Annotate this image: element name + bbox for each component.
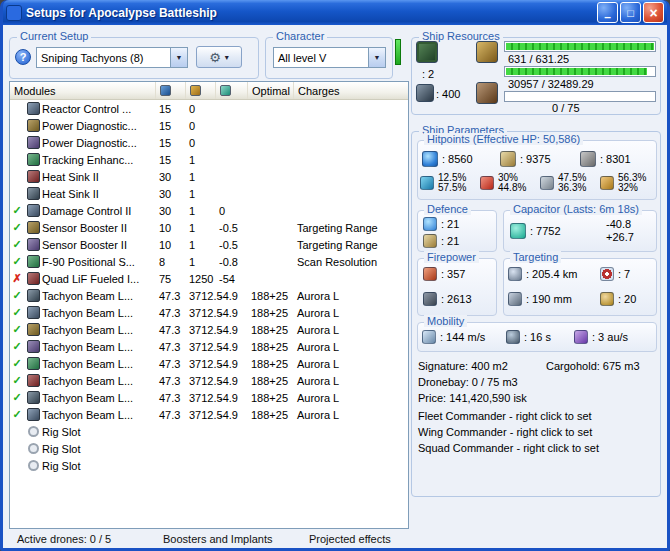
warp-speed-icon bbox=[574, 330, 588, 344]
module-name: Tachyon Beam L... bbox=[42, 389, 156, 406]
module-row[interactable]: ✓Tachyon Beam L...47.33712.5-4.9188+25Au… bbox=[10, 389, 408, 406]
powergrid-usage-text: 30957 / 32489.29 bbox=[508, 78, 594, 90]
module-row[interactable]: ✗Quad LiF Fueled I...751250-54 bbox=[10, 270, 408, 287]
module-row[interactable]: ✓Tachyon Beam L...47.33712.5-4.9188+25Au… bbox=[10, 287, 408, 304]
module-cpu: 47.3 bbox=[156, 321, 186, 338]
maximize-button[interactable]: □ bbox=[620, 2, 641, 23]
wing-commander-slot[interactable]: Wing Commander - right click to set bbox=[418, 426, 592, 438]
setup-select[interactable]: Sniping Tachyons (8) ▼ bbox=[36, 47, 188, 68]
help-button[interactable]: ? bbox=[15, 49, 31, 65]
module-row[interactable]: ✓Damage Control II3010 bbox=[10, 202, 408, 219]
module-icon-cell bbox=[24, 321, 42, 338]
module-powergrid: 3712.5 bbox=[186, 304, 216, 321]
module-name: Heat Sink II bbox=[42, 185, 156, 202]
module-row[interactable]: Tracking Enhanc...151 bbox=[10, 151, 408, 168]
volley-stat: : 357 bbox=[423, 267, 465, 281]
cpu-icon bbox=[160, 85, 171, 96]
module-row[interactable]: Reactor Control ...150 bbox=[10, 100, 408, 117]
column-charges[interactable]: Charges bbox=[294, 82, 406, 99]
active-drones-section[interactable]: Active drones: 0 / 5 bbox=[17, 533, 111, 545]
structure-icon bbox=[580, 151, 596, 167]
module-row[interactable]: ✓Sensor Booster II101-0.5Targeting Range bbox=[10, 219, 408, 236]
defence-panel: Defence : 21 : 21 bbox=[417, 210, 497, 252]
module-cap-use: -4.9 bbox=[216, 389, 248, 406]
module-row[interactable]: Rig Slot bbox=[10, 457, 408, 474]
status-empty bbox=[10, 168, 24, 185]
module-icon bbox=[27, 153, 40, 166]
module-cpu: 47.3 bbox=[156, 355, 186, 372]
hitpoints-panel: Hitpoints (Effective HP: 50,586) : 8560 … bbox=[417, 140, 657, 200]
dps-icon bbox=[423, 292, 437, 306]
title-bar[interactable]: Setups for Apocalypse Battleship – □ × bbox=[3, 0, 667, 25]
module-row[interactable]: Rig Slot bbox=[10, 440, 408, 457]
module-cpu: 15 bbox=[156, 151, 186, 168]
module-row[interactable]: ✓F-90 Positional S...81-0.8Scan Resoluti… bbox=[10, 253, 408, 270]
tools-icon: ⚙ bbox=[209, 51, 221, 64]
powergrid-icon bbox=[190, 85, 201, 96]
column-capacitor[interactable] bbox=[216, 82, 248, 99]
em-resist: 12.5%57.5% bbox=[420, 173, 466, 193]
module-row[interactable]: ✓Tachyon Beam L...47.33712.5-4.9188+25Au… bbox=[10, 304, 408, 321]
armor-hp-value: : 9375 bbox=[520, 153, 551, 165]
module-row[interactable]: Heat Sink II301 bbox=[10, 185, 408, 202]
targeting-label: Targeting bbox=[510, 251, 561, 263]
column-cpu[interactable] bbox=[156, 82, 186, 99]
fit-ok-icon: ✓ bbox=[10, 236, 24, 253]
dropdown-arrow-icon[interactable]: ▼ bbox=[170, 48, 187, 67]
module-powergrid: 1 bbox=[186, 151, 216, 168]
module-row[interactable]: Power Diagnostic...150 bbox=[10, 117, 408, 134]
column-powergrid[interactable] bbox=[186, 82, 216, 99]
column-optimal[interactable]: Optimal bbox=[248, 82, 294, 99]
module-optimal: 188+25 bbox=[248, 287, 294, 304]
setup-tools-button[interactable]: ⚙ ▾ bbox=[196, 46, 242, 68]
module-name: Tachyon Beam L... bbox=[42, 287, 156, 304]
module-icon-cell bbox=[24, 338, 42, 355]
module-charges: Targeting Range bbox=[294, 236, 406, 253]
kinetic-resist-bottom: 36.3% bbox=[558, 183, 586, 193]
max-targets-icon bbox=[600, 267, 614, 281]
module-row[interactable]: ✓Tachyon Beam L...47.33712.5-4.9188+25Au… bbox=[10, 355, 408, 372]
module-name: Tachyon Beam L... bbox=[42, 304, 156, 321]
rig-slot-icon bbox=[28, 426, 39, 437]
minimize-button[interactable]: – bbox=[597, 2, 618, 23]
character-select[interactable]: All level V ▼ bbox=[273, 47, 386, 68]
module-row[interactable]: Rig Slot bbox=[10, 423, 408, 440]
module-cpu: 47.3 bbox=[156, 304, 186, 321]
module-row[interactable]: ✓Tachyon Beam L...47.33712.5-4.9188+25Au… bbox=[10, 406, 408, 423]
fit-ok-icon: ✓ bbox=[10, 355, 24, 372]
module-row[interactable]: ✓Sensor Booster II101-0.5Targeting Range bbox=[10, 236, 408, 253]
module-row[interactable]: ✓Tachyon Beam L...47.33712.5-4.9188+25Au… bbox=[10, 338, 408, 355]
module-name: Tachyon Beam L... bbox=[42, 338, 156, 355]
module-name: Reactor Control ... bbox=[42, 100, 156, 117]
targeting-range-stat: : 205.4 km bbox=[508, 267, 577, 281]
module-row[interactable]: ✓Tachyon Beam L...47.33712.5-4.9188+25Au… bbox=[10, 321, 408, 338]
column-modules[interactable]: Modules bbox=[10, 82, 156, 99]
boosters-implants-section[interactable]: Boosters and Implants bbox=[163, 533, 272, 545]
module-optimal bbox=[248, 185, 294, 202]
module-charges: Aurora L bbox=[294, 338, 406, 355]
squad-commander-slot[interactable]: Squad Commander - right click to set bbox=[418, 442, 599, 454]
module-name: Power Diagnostic... bbox=[42, 134, 156, 151]
module-powergrid bbox=[186, 440, 216, 457]
module-row[interactable]: Power Diagnostic...150 bbox=[10, 134, 408, 151]
module-cap-use: -0.5 bbox=[216, 236, 248, 253]
module-row[interactable]: Heat Sink II301 bbox=[10, 168, 408, 185]
module-cpu: 10 bbox=[156, 219, 186, 236]
module-row[interactable]: ✓Tachyon Beam L...47.33712.5-4.9188+25Au… bbox=[10, 372, 408, 389]
module-icon bbox=[27, 221, 40, 234]
window-content: Current Setup ? Sniping Tachyons (8) ▼ ⚙… bbox=[3, 25, 667, 548]
fit-ok-icon: ✓ bbox=[10, 202, 24, 219]
dropdown-arrow-icon[interactable]: ▼ bbox=[368, 48, 385, 67]
close-button[interactable]: × bbox=[643, 2, 664, 23]
module-cap-use bbox=[216, 457, 248, 474]
fleet-commander-slot[interactable]: Fleet Commander - right click to set bbox=[418, 410, 592, 422]
module-icon bbox=[27, 272, 40, 285]
module-cap-use bbox=[216, 151, 248, 168]
projected-effects-section[interactable]: Projected effects bbox=[309, 533, 391, 545]
targeting-panel: Targeting : 205.4 km : 7 : 190 mm : 20 bbox=[503, 258, 657, 316]
module-cpu bbox=[156, 440, 186, 457]
module-name: Tachyon Beam L... bbox=[42, 321, 156, 338]
status-empty bbox=[10, 185, 24, 202]
module-icon bbox=[27, 102, 40, 115]
character-level-indicator bbox=[395, 39, 401, 65]
